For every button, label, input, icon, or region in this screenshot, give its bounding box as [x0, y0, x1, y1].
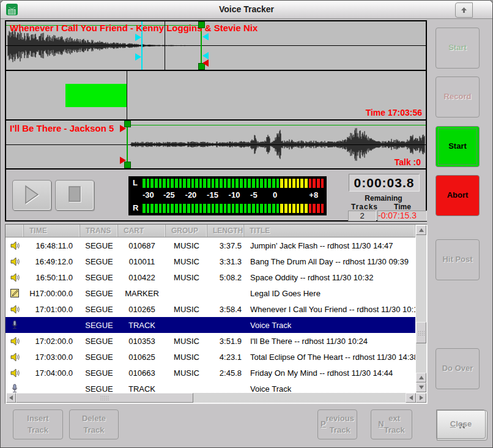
log-cell: MUSIC [166, 368, 207, 378]
scroll-up-button-2[interactable] [416, 373, 426, 383]
vertical-scroll-thumb[interactable] [416, 322, 426, 343]
voice-track-editor: Whenever I Call You Friend - Kenny Loggi… [5, 20, 427, 222]
hit-post-button[interactable]: Hit Post [436, 239, 480, 280]
log-cell: 010422 [118, 273, 166, 282]
track3-red-handle-bottom[interactable] [120, 157, 126, 164]
vu-segment [183, 179, 186, 188]
scroll-left-button[interactable] [6, 393, 16, 403]
vu-segment [272, 204, 275, 213]
log-row-selected[interactable]: SEGUETRACKVoice Track [6, 317, 415, 333]
play-button[interactable] [12, 180, 51, 211]
log-row[interactable]: 16:49:12.0SEGUE010011MUSIC3:31.3Bang The… [6, 253, 415, 269]
track3-waveform-pane[interactable]: I'll Be There - Jackson 5 Talk :0 [6, 121, 426, 170]
record-button[interactable]: Record [436, 77, 480, 118]
segue-cyan-handle-bottom[interactable] [202, 52, 209, 59]
log-header-row: TIMETRANSCARTGROUPLENGTHTITLE [6, 225, 415, 237]
horizontal-scroll-thumb[interactable] [16, 393, 193, 403]
meter-scale-label: -5 [250, 190, 258, 200]
vu-meter-left-bar [143, 179, 324, 188]
log-cell: Space Oddity -- rdhost 11/30 10:32 [244, 273, 415, 282]
track3-fade-line [127, 125, 426, 125]
vu-segment [155, 179, 158, 188]
log-cell: Jumpin' Jack Flash -- rdhost 11/30 14:47 [244, 241, 415, 250]
abort-button[interactable]: Abort [436, 175, 480, 216]
voice-track-block[interactable] [65, 84, 127, 107]
horizontal-scrollbar[interactable] [6, 393, 426, 403]
insert-track-button[interactable]: Insert Track [13, 409, 63, 439]
log-column-header: TRANS [80, 225, 118, 237]
vu-segment [240, 179, 243, 188]
track3-red-handle-top[interactable] [120, 125, 126, 132]
log-cell: 3:58.4 [207, 305, 244, 314]
speaker-icon [6, 256, 24, 267]
log-column-header: GROUP [166, 225, 207, 237]
segue-red-handle[interactable] [202, 59, 209, 67]
previous-track-button[interactable]: Previous Track [317, 409, 357, 439]
log-row[interactable]: SEGUETRACKVoice Track [6, 381, 415, 394]
meter-scale-label: -20 [185, 190, 197, 200]
vu-segment [215, 179, 218, 188]
close-dialog-button[interactable]: Close [436, 409, 486, 439]
shade-button[interactable] [455, 2, 473, 18]
speaker-icon [6, 304, 24, 315]
vu-segment [289, 179, 292, 188]
log-row[interactable]: 17:04:00.0SEGUE010663MUSIC2:45.8Friday O… [6, 365, 415, 381]
scroll-right-button[interactable] [416, 393, 426, 403]
vu-segment [260, 204, 263, 213]
start-disabled-button[interactable]: Start [436, 28, 480, 69]
log-cell: SEGUE [80, 241, 118, 250]
vu-segment [280, 204, 283, 213]
vu-segment [215, 204, 218, 213]
vu-segment [159, 179, 162, 188]
vu-segment [272, 179, 275, 188]
vu-segment [248, 204, 251, 213]
stop-button[interactable] [55, 180, 94, 211]
start-button[interactable]: Start [436, 126, 480, 167]
vu-segment [252, 204, 255, 213]
log-row[interactable]: 16:48:11.0SEGUE010687MUSIC3:37.5Jumpin' … [6, 237, 415, 253]
vu-segment [276, 204, 280, 213]
delete-track-button[interactable]: Delete Track [69, 409, 119, 439]
vertical-scrollbar[interactable] [416, 225, 426, 392]
do-over-button[interactable]: Do Over [436, 348, 480, 389]
vu-segment [305, 204, 308, 213]
speaker-icon [6, 241, 24, 251]
log-cell: 2:45.8 [207, 368, 244, 378]
log-row[interactable]: 17:02:00.0SEGUE010353MUSIC3:51.9I'll Be … [6, 333, 415, 349]
log-cell: SEGUE [80, 321, 118, 330]
stop-icon [56, 181, 92, 209]
vu-segment [297, 179, 300, 188]
track1-waveform-pane[interactable]: Whenever I Call You Friend - Kenny Loggi… [6, 21, 426, 71]
log-row[interactable]: 16:50:11.0SEGUE010422MUSIC5:08.2Space Od… [6, 269, 415, 285]
track2-voice-pane[interactable]: Time 17:03:56 [6, 71, 426, 121]
vu-left-label: L [133, 178, 138, 187]
log-row[interactable]: 17:01:00.0SEGUE010265MUSIC3:58.4Whenever… [6, 301, 415, 317]
scroll-up-button[interactable] [416, 225, 426, 235]
vu-segment [171, 179, 174, 188]
vu-segment [203, 179, 206, 188]
vu-segment [232, 204, 235, 213]
vu-segment [289, 204, 292, 213]
log-cell: Friday On My Mind -- rdhost 11/30 14:44 [244, 368, 415, 378]
segue-marker-handle-top[interactable] [198, 21, 205, 28]
track1-title: Whenever I Call You Friend - Kenny Loggi… [10, 23, 258, 33]
play-cursor-handle-top[interactable] [135, 34, 141, 41]
log-cell: 17:02:00.0 [24, 337, 80, 346]
vu-segment [284, 204, 287, 213]
scroll-down-button[interactable] [416, 383, 426, 392]
log-row[interactable]: 17:03:00.0SEGUE010625MUSIC4:23.1Total Ec… [6, 349, 415, 365]
vu-segment [248, 179, 251, 188]
play-cursor-handle-bottom[interactable] [135, 53, 141, 61]
microphone-icon [6, 320, 24, 330]
log-cell: 010353 [118, 337, 166, 346]
vu-segment [292, 179, 295, 188]
segue-cyan-handle-top[interactable] [202, 33, 209, 40]
next-track-button[interactable]: Next Track [371, 409, 412, 439]
scroll-left-button-2[interactable] [406, 393, 416, 403]
log-cell: TRACK [118, 384, 166, 394]
thumb-grip [100, 395, 109, 400]
microphone-icon [6, 384, 24, 394]
log-cell: 010265 [118, 305, 166, 314]
log-row[interactable]: H17:00:00.0SEGUEMARKERLegal ID Goes Here [6, 285, 415, 301]
titlebar[interactable]: Voice Tracker [1, 1, 492, 19]
